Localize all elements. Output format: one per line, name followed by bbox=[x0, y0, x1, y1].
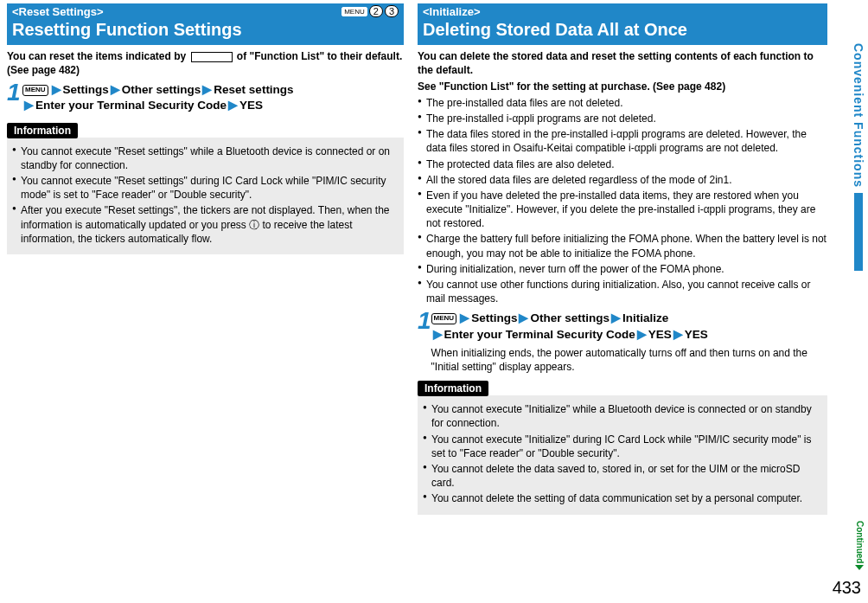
menu-key-icon: MENU bbox=[431, 313, 457, 324]
side-section-label: Convenient Functions bbox=[852, 43, 865, 188]
arrow-icon: ▶ bbox=[227, 99, 239, 112]
left-lead-part1: You can reset the items indicated by bbox=[7, 50, 189, 62]
left-section-tag: <Reset Settings> bbox=[12, 5, 399, 18]
step-settings: Settings bbox=[471, 311, 517, 324]
continued-label: Continued bbox=[855, 521, 865, 574]
menu-icon: MENU bbox=[341, 7, 367, 16]
bullet-item: The data files stored in the pre-install… bbox=[418, 127, 827, 155]
page-number: 433 bbox=[833, 578, 861, 598]
right-column: <Initialize> Deleting Stored Data All at… bbox=[411, 0, 834, 603]
continued-text: Continued bbox=[855, 521, 865, 563]
placeholder-box-icon bbox=[191, 52, 233, 62]
shortcut-number-2-icon: 2 bbox=[369, 5, 383, 17]
step-body: MENU▶Settings▶Other settings▶Initialize … bbox=[431, 309, 827, 374]
title-icons: MENU 2 3 bbox=[341, 5, 399, 17]
arrow-icon: ▶ bbox=[458, 311, 471, 324]
left-lead: You can reset the items indicated by of … bbox=[7, 50, 404, 77]
left-info-header: Information bbox=[7, 123, 78, 138]
step-yes-2: YES bbox=[685, 328, 708, 341]
step-sub-note: When initializing ends, the power automa… bbox=[431, 346, 827, 374]
step-yes: YES bbox=[239, 99, 263, 112]
right-title-band: <Initialize> Deleting Stored Data All at… bbox=[418, 3, 827, 45]
continued-arrow-icon bbox=[855, 565, 864, 570]
bullet-item: The pre-installed data files are not del… bbox=[418, 96, 827, 110]
step-yes-1: YES bbox=[648, 328, 672, 341]
arrow-icon: ▶ bbox=[610, 311, 622, 324]
bullet-item: You cannot use other functions during in… bbox=[418, 278, 827, 305]
left-section-title: Resetting Function Settings bbox=[12, 20, 399, 40]
right-info-box: You cannot execute "Initialize" while a … bbox=[418, 395, 827, 514]
left-info-box: You cannot execute "Reset settings" whil… bbox=[7, 138, 404, 254]
info-item: You cannot delete the setting of data co… bbox=[423, 491, 822, 505]
left-title-band: MENU 2 3 <Reset Settings> Resetting Func… bbox=[7, 3, 404, 45]
right-step-1: 1 MENU▶Settings▶Other settings▶Initializ… bbox=[418, 309, 827, 374]
menu-key-icon: MENU bbox=[22, 85, 48, 96]
right-section-tag: <Initialize> bbox=[423, 5, 822, 18]
step-enter-code: Enter your Terminal Security Code bbox=[35, 99, 227, 112]
arrow-icon: ▶ bbox=[109, 83, 122, 96]
side-color-tab-icon bbox=[854, 193, 863, 271]
right-section-title: Deleting Stored Data All at Once bbox=[423, 20, 822, 40]
left-step-1: 1 MENU▶Settings▶Other settings▶Reset set… bbox=[7, 80, 404, 113]
right-lead-1: You can delete the stored data and reset… bbox=[418, 50, 827, 77]
step-reset-settings: Reset settings bbox=[214, 83, 293, 96]
arrow-icon: ▶ bbox=[22, 99, 35, 112]
bullet-item: Charge the battery full before initializ… bbox=[418, 232, 827, 260]
info-item: After you execute "Reset settings", the … bbox=[12, 203, 399, 246]
arrow-icon: ▶ bbox=[635, 328, 648, 341]
side-tab: Convenient Functions bbox=[851, 43, 866, 594]
bullet-item: The protected data files are also delete… bbox=[418, 157, 827, 171]
info-item: You cannot execute "Initialize" while a … bbox=[423, 402, 822, 430]
step-enter-code: Enter your Terminal Security Code bbox=[444, 328, 635, 341]
left-column: MENU 2 3 <Reset Settings> Resetting Func… bbox=[0, 0, 411, 603]
info-item: You cannot delete the data saved to, sto… bbox=[423, 462, 822, 490]
info-item: You cannot execute "Reset settings" duri… bbox=[12, 174, 399, 202]
bullet-item: Even if you have deleted the pre-install… bbox=[418, 189, 827, 231]
bullet-item: During initialization, never turn off th… bbox=[418, 262, 827, 276]
arrow-icon: ▶ bbox=[517, 311, 530, 324]
step-initialize: Initialize bbox=[622, 311, 668, 324]
step-body: MENU▶Settings▶Other settings▶Reset setti… bbox=[22, 80, 294, 113]
arrow-icon: ▶ bbox=[201, 83, 214, 96]
info-item: You cannot execute "Reset settings" whil… bbox=[12, 144, 399, 172]
arrow-icon: ▶ bbox=[672, 328, 685, 341]
shortcut-number-3-icon: 3 bbox=[385, 5, 399, 17]
arrow-icon: ▶ bbox=[50, 83, 63, 96]
arrow-icon: ▶ bbox=[431, 328, 444, 341]
bullet-item: The pre-installed i-αppli programs are n… bbox=[418, 112, 827, 125]
bullet-item: All the stored data files are deleted re… bbox=[418, 173, 827, 187]
step-other-settings: Other settings bbox=[122, 83, 201, 96]
step-number: 1 bbox=[418, 309, 431, 374]
right-info-header: Information bbox=[418, 381, 488, 396]
right-lead-2: See "Function List" for the setting at p… bbox=[418, 80, 827, 94]
info-item: You cannot execute "Initialize" during I… bbox=[423, 433, 822, 460]
step-settings: Settings bbox=[63, 83, 109, 96]
step-number: 1 bbox=[7, 80, 22, 113]
step-other-settings: Other settings bbox=[530, 311, 610, 324]
